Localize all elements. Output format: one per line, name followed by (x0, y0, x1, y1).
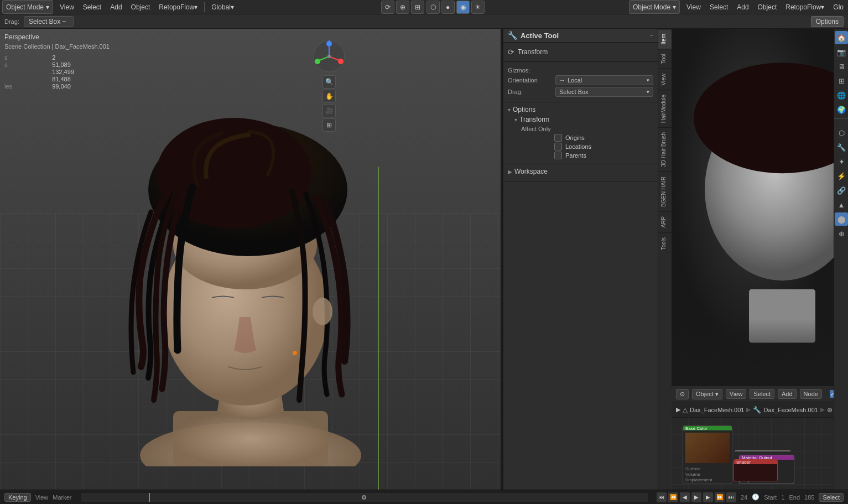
options-header[interactable]: ▾ Options (508, 106, 653, 113)
tab-view[interactable]: View (658, 69, 672, 90)
select-menu-right[interactable]: Select (705, 0, 732, 14)
drag-dropdown[interactable]: Select Box ~ (24, 16, 74, 27)
data-icon[interactable]: ▲ (835, 198, 848, 211)
add-btn-render[interactable]: Add (778, 389, 797, 399)
tab-3d-hair-brush[interactable]: 3D Hair Brush (658, 127, 672, 172)
object-btn[interactable]: Object ▾ (692, 389, 722, 399)
object-menu-left[interactable]: Object (127, 0, 155, 14)
view-layer-icon[interactable]: ⊞ (835, 74, 848, 87)
physics-icon[interactable]: ⚡ (835, 169, 848, 183)
transform-label: Transform (518, 48, 548, 56)
vertical-tab-bar: Item Tool View HairModule 3D Hair Brush … (658, 29, 672, 490)
nav-gizmo-svg[interactable]: Z (313, 40, 346, 73)
add-menu-right[interactable]: Add (732, 0, 753, 14)
orientation-label: Orientation (508, 77, 552, 84)
tab-tool[interactable]: Tool (658, 49, 672, 68)
camera-mode-btn[interactable]: ⊙ (676, 389, 689, 399)
add-menu-left[interactable]: Add (106, 0, 126, 14)
material-props-icon[interactable]: ⬤ (835, 212, 848, 226)
next-frame-btn[interactable]: ▶ (703, 492, 713, 502)
zoom-icon-btn[interactable]: 🔍 (322, 75, 336, 89)
prev-frame-btn[interactable]: ◀ (680, 492, 690, 502)
drag-row-dropdown[interactable]: Select Box ▾ (555, 87, 653, 97)
wireframe-btn[interactable]: ⬡ (426, 1, 440, 14)
particles-icon[interactable]: ✦ (835, 155, 848, 168)
tab-item[interactable]: Item (658, 29, 672, 49)
retopoflow-right[interactable]: RetopoFlow ▾ (781, 0, 829, 14)
clock-icon-item: 🕐 (752, 493, 759, 501)
timeline-bar[interactable] (81, 493, 648, 502)
jump-end-btn[interactable]: ⏭ (726, 492, 736, 502)
node-btn[interactable]: Node (800, 389, 822, 399)
retopoflow-left[interactable]: RetopoFlow ▾ (154, 0, 202, 14)
camera-icon-btn[interactable]: 🎥 (322, 104, 336, 117)
locations-checkbox[interactable] (554, 143, 562, 150)
output-icon[interactable]: 🖥 (835, 60, 848, 73)
world-icon[interactable]: 🌍 (835, 103, 848, 116)
options-arrow: ▾ (508, 107, 511, 113)
constraints-icon[interactable]: 🔗 (835, 184, 848, 197)
snap-icon-btn[interactable]: ⊕ (396, 1, 409, 14)
tab-hairmodule[interactable]: HairModule (658, 90, 672, 127)
breadcrumb-item-1[interactable]: △ Dax_FaceMesh.001 (683, 406, 744, 414)
origins-checkbox[interactable] (554, 134, 562, 142)
object-mode-selector-right[interactable]: Object Mode ▾ (629, 0, 680, 14)
hand-icon-btn[interactable]: ✋ (322, 90, 336, 103)
select-btn-bottom[interactable]: Select (819, 493, 844, 502)
retopoflow-label-left: RetopoFlow (159, 3, 194, 11)
drag-row-chevron: ▾ (647, 89, 649, 95)
material-btn[interactable]: ◉ (456, 1, 470, 14)
object-props-icon[interactable]: ⬡ (835, 126, 848, 139)
workspace-header[interactable]: ▶ Workspace (508, 168, 653, 175)
solid-btn[interactable]: ● (441, 1, 455, 14)
shader-icon[interactable]: ⊕ (835, 227, 848, 240)
tab-tools[interactable]: Tools (658, 232, 672, 254)
jump-start-btn[interactable]: ⏮ (657, 492, 667, 502)
view-btn-render[interactable]: View (726, 389, 747, 399)
scene-props-icon[interactable]: 🌐 (835, 89, 848, 102)
use-nodes-checkbox[interactable]: ✓ (830, 390, 834, 398)
viewport-canvas[interactable]: Z 🔍 ✋ 🎥 ⊞ (0, 29, 501, 490)
next-keyframe-btn[interactable]: ⏩ (715, 492, 725, 502)
prev-keyframe-btn[interactable]: ⏪ (668, 492, 678, 502)
start-item: Start 1 (764, 494, 784, 501)
object-menu-right[interactable]: Object (753, 0, 782, 14)
node-editor[interactable]: Base Color Surface Volume Displacement M… (672, 418, 834, 490)
node-1[interactable]: Base Color Surface Volume Displacement (683, 425, 732, 484)
drag-row: Drag: Select Box ▾ (508, 87, 653, 97)
keying-btn[interactable]: Keying (4, 493, 31, 502)
render-btn[interactable]: ☀ (471, 1, 485, 14)
object-mode-selector-left[interactable]: Object Mode ▾ (2, 0, 53, 14)
current-frame-item: 24 (741, 494, 747, 501)
options-button[interactable]: Options (811, 16, 844, 27)
orientation-dropdown[interactable]: ↔ Local ▾ (555, 75, 653, 85)
transform-sub-header[interactable]: ▾ Transform (508, 116, 653, 123)
affect-only-label: Affect Only (521, 126, 565, 132)
render-icon[interactable]: 📷 (835, 45, 848, 59)
view-menu-right[interactable]: View (682, 0, 705, 14)
locations-label: Locations (565, 143, 591, 150)
select-menu-left[interactable]: Select (79, 0, 106, 14)
modifier-icon[interactable]: 🔧 (835, 141, 848, 154)
grid-icon-btn[interactable]: ⊞ (322, 118, 336, 132)
transform-icon-btn[interactable]: ⟳ (381, 1, 394, 14)
scene-icon[interactable]: 🏠 (835, 31, 848, 44)
play-btn[interactable]: ▶ (691, 492, 701, 502)
breadcrumb-item-2[interactable]: 🔧 Dax_FaceMesh.001 (753, 406, 818, 414)
render-viewport[interactable] (672, 29, 834, 386)
breadcrumb-collapse-btn[interactable]: ▶ (676, 406, 680, 413)
transform-section: ⟳ Transform (503, 43, 658, 62)
tab-bgen-hair[interactable]: BGEN HAIR (658, 172, 672, 211)
node-3[interactable]: Shader (733, 459, 778, 481)
view-menu-left[interactable]: View (55, 0, 79, 14)
global-right[interactable]: Glo (829, 0, 848, 14)
active-tool-collapse[interactable]: − (650, 33, 653, 39)
tab-arp[interactable]: ARP (658, 211, 672, 232)
frame-controls: ⏮ ⏪ ◀ ▶ ▶ ⏩ ⏭ (657, 492, 736, 502)
mirror-icon-btn[interactable]: ⊞ (411, 1, 424, 14)
workspace-arrow: ▶ (508, 169, 512, 175)
breadcrumb-item-3[interactable]: ⊕ head .001 (827, 403, 834, 417)
select-btn-render[interactable]: Select (750, 389, 774, 399)
global-selector-left[interactable]: Global ▾ (207, 0, 238, 14)
parents-checkbox[interactable] (554, 152, 562, 159)
